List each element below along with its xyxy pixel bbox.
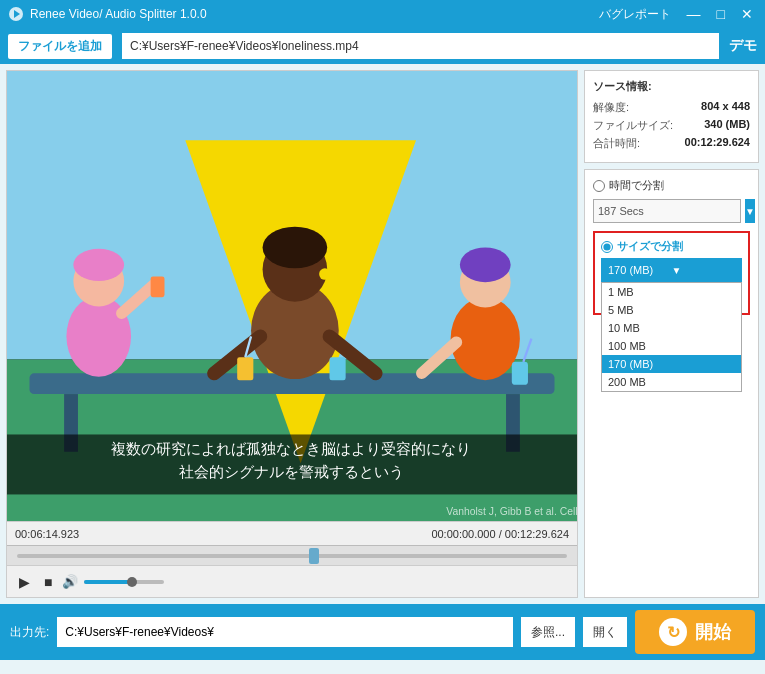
close-button[interactable]: ✕ <box>737 6 757 22</box>
file-path-input[interactable] <box>122 33 719 59</box>
app-icon <box>8 6 24 22</box>
duration-value: 00:12:29.624 <box>685 136 750 151</box>
play-button[interactable]: ▶ <box>15 572 34 592</box>
maximize-button[interactable]: □ <box>713 6 729 22</box>
video-time-bar: 00:06:14.923 00:00:00.000 / 00:12:29.624 <box>7 521 577 545</box>
source-info-title: ソース情報: <box>593 79 750 94</box>
svg-text:複数の研究によれば孤独なとき脳はより受容的になり: 複数の研究によれば孤独なとき脳はより受容的になり <box>111 440 471 457</box>
duration-row: 合計時間: 00:12:29.624 <box>593 136 750 151</box>
duration-label: 合計時間: <box>593 136 640 151</box>
resolution-label: 解像度: <box>593 100 629 115</box>
dropdown-item-10mb[interactable]: 10 MB <box>602 319 741 337</box>
split-by-time-label: 時間で分割 <box>609 178 664 193</box>
size-dropdown-container: 170 (MB) ▼ 1 MB 5 MB 10 MB 100 MB 170 (M… <box>601 258 742 282</box>
svg-rect-27 <box>330 357 346 380</box>
volume-thumb <box>127 577 137 587</box>
seek-track <box>17 554 567 558</box>
app-title: Renee Video/ Audio Splitter 1.0.0 <box>30 7 207 21</box>
seek-area[interactable] <box>7 545 577 565</box>
size-selected-value: 170 (MB) <box>608 264 672 276</box>
start-button[interactable]: ↻ 開始 <box>635 610 755 654</box>
time-dropdown-arrow[interactable]: ▼ <box>745 199 755 223</box>
svg-point-21 <box>460 248 511 283</box>
size-split-section: サイズで分割 170 (MB) ▼ 1 MB 5 MB 10 MB 100 MB… <box>593 231 750 315</box>
bottom-bar: 出力先: 参照... 開く ↻ 開始 <box>0 604 765 660</box>
dropdown-item-100mb[interactable]: 100 MB <box>602 337 741 355</box>
volume-slider[interactable] <box>84 580 164 584</box>
source-info-box: ソース情報: 解像度: 804 x 448 ファイルサイズ: 340 (MB) … <box>584 70 759 163</box>
time-select-row: ▼ <box>593 199 750 223</box>
svg-rect-25 <box>237 357 253 380</box>
split-by-size-radio-row: サイズで分割 <box>601 239 742 254</box>
title-bar: Renee Video/ Audio Splitter 1.0.0 バグレポート… <box>0 0 765 28</box>
split-options: 時間で分割 ▼ サイズで分割 170 (MB) ▼ <box>584 169 759 598</box>
bug-report-label[interactable]: バグレポート <box>599 6 671 23</box>
video-time-right: 00:00:00.000 / 00:12:29.624 <box>431 528 569 540</box>
controls-bar: ▶ ■ 🔊 <box>7 565 577 597</box>
open-button[interactable]: 開く <box>583 617 627 647</box>
split-by-size-label: サイズで分割 <box>617 239 683 254</box>
volume-fill <box>84 580 132 584</box>
split-by-time-row: 時間で分割 <box>593 178 750 193</box>
dropdown-item-170mb[interactable]: 170 (MB) <box>602 355 741 373</box>
resolution-value: 804 x 448 <box>701 100 750 115</box>
filesize-label: ファイルサイズ: <box>593 118 673 133</box>
resolution-row: 解像度: 804 x 448 <box>593 100 750 115</box>
start-icon: ↻ <box>659 618 687 646</box>
time-value-input[interactable] <box>593 199 741 223</box>
size-dropdown-selected[interactable]: 170 (MB) ▼ <box>601 258 742 282</box>
svg-text:社会的シグナルを警戒するという: 社会的シグナルを警戒するという <box>179 463 404 480</box>
stop-button[interactable]: ■ <box>40 572 56 592</box>
window-controls: — □ ✕ <box>683 6 757 22</box>
output-label: 出力先: <box>10 624 49 641</box>
main-area: 複数の研究によれば孤独なとき脳はより受容的になり 社会的シグナルを警戒するという… <box>0 64 765 604</box>
right-panel: ソース情報: 解像度: 804 x 448 ファイルサイズ: 340 (MB) … <box>584 70 759 598</box>
toolbar: ファイルを追加 デモ <box>0 28 765 64</box>
demo-label: デモ <box>729 37 757 55</box>
title-bar-left: Renee Video/ Audio Splitter 1.0.0 <box>8 6 207 22</box>
volume-icon: 🔊 <box>62 574 78 589</box>
split-by-size-radio[interactable] <box>601 241 613 253</box>
svg-rect-12 <box>151 276 165 297</box>
start-btn-label: 開始 <box>695 620 731 644</box>
svg-point-15 <box>263 227 328 269</box>
dropdown-item-200mb[interactable]: 200 MB <box>602 373 741 391</box>
filesize-row: ファイルサイズ: 340 (MB) <box>593 118 750 133</box>
size-dropdown-list: 1 MB 5 MB 10 MB 100 MB 170 (MB) 200 MB <box>601 282 742 392</box>
svg-point-10 <box>73 249 124 281</box>
dropdown-item-1mb[interactable]: 1 MB <box>602 283 741 301</box>
video-panel: 複数の研究によれば孤独なとき脳はより受容的になり 社会的シグナルを警戒するという… <box>6 70 578 598</box>
dropdown-arrow-icon: ▼ <box>672 265 736 276</box>
seek-thumb[interactable] <box>309 548 319 564</box>
svg-point-16 <box>319 268 331 280</box>
video-scene: 複数の研究によれば孤独なとき脳はより受容的になり 社会的シグナルを警戒するという… <box>7 71 577 521</box>
split-by-time-radio[interactable] <box>593 180 605 192</box>
minimize-button[interactable]: — <box>683 6 705 22</box>
dropdown-item-5mb[interactable]: 5 MB <box>602 301 741 319</box>
output-path-input[interactable] <box>57 617 513 647</box>
title-bar-right: バグレポート — □ ✕ <box>599 6 757 23</box>
svg-text:Vanholst J, Gibb B et al. Cell: Vanholst J, Gibb B et al. Cell, 2017 <box>446 506 577 517</box>
add-file-button[interactable]: ファイルを追加 <box>8 34 112 59</box>
browse-button[interactable]: 参照... <box>521 617 575 647</box>
video-container: 複数の研究によれば孤独なとき脳はより受容的になり 社会的シグナルを警戒するという… <box>7 71 577 521</box>
video-time-left: 00:06:14.923 <box>15 528 79 540</box>
svg-rect-22 <box>512 362 528 385</box>
filesize-value: 340 (MB) <box>704 118 750 133</box>
